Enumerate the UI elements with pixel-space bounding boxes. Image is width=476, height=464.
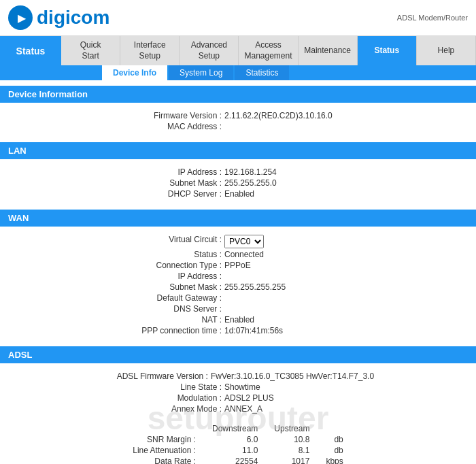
wan-ppp-row: PPP connection time : 1d:07h:41m:56s [14,326,462,335]
wan-section: Virtual Circuit : PVC0 PVC1 PVC2 Status … [0,229,476,341]
upstream-header: Upstream [266,423,318,434]
wan-gateway-label: Default Gateway : [116,293,224,303]
lan-ip-row: IP Address : 192.168.1.254 [14,167,462,177]
wan-nat-label: NAT : [116,315,224,325]
adsl-linestate-label: Line State : [116,382,224,392]
wan-status-value: Connected [224,250,360,259]
wan-header: WAN [0,210,476,227]
wan-ip-label: IP Address : [116,271,224,281]
wan-gateway-value [224,293,360,303]
wan-ip-value [224,271,360,281]
nav-items-container: Quick Start Interface Setup Advanced Set… [61,36,476,65]
wan-dns-row: DNS Server : [14,304,462,314]
wan-gateway-row: Default Gateway : [14,293,462,303]
attn-downstream: 11.0 [204,445,266,456]
sub-nav-statistics[interactable]: Statistics [235,65,289,80]
lan-ip-label: IP Address : [116,167,224,177]
snr-upstream: 10.8 [266,434,318,445]
sub-nav-system-log[interactable]: System Log [169,65,233,80]
downstream-header: Downstream [204,423,266,434]
wan-dns-value [224,304,360,314]
wan-subnet-value: 255.255.255.255 [224,282,360,292]
logo-icon [8,5,33,30]
main-nav: Status Quick Start Interface Setup Advan… [0,36,476,65]
wan-conntype-label: Connection Type : [116,261,224,270]
adsl-firmware-row: ADSL Firmware Version : FwVer:3.10.16.0_… [14,371,462,381]
wan-ip-row: IP Address : [14,271,462,281]
adsl-modulation-label: Modulation : [116,393,224,403]
adsl-modulation-row: Modulation : ADSL2 PLUS [14,393,462,403]
wan-conntype-row: Connection Type : PPPoE [14,261,462,270]
wan-subnet-row: Subnet Mask : 255.255.255.255 [14,282,462,292]
wan-subnet-label: Subnet Mask : [116,282,224,292]
adsl-modulation-value: ADSL2 PLUS [224,393,360,403]
sub-nav: Device Info System Log Statistics [0,65,476,80]
rate-upstream: 1017 [266,456,318,464]
nav-interface-setup[interactable]: Interface Setup [120,36,180,65]
lan-ip-value: 192.168.1.254 [224,167,360,177]
content: Device Information Firmware Version : 2.… [0,86,476,464]
wan-vc-label: Virtual Circuit : [116,235,224,248]
rate-label: Data Rate : [124,456,204,464]
firmware-row: Firmware Version : 2.11.62.2(RE0.C2D)3.1… [14,111,462,120]
adsl-annex-row: Annex Mode : ANNEX_A [14,404,462,414]
stats-table: Downstream Upstream SNR Margin : 6.0 10.… [124,423,351,464]
rate-downstream: 22554 [204,456,266,464]
brand-name: digicom [37,7,109,29]
attn-row: Line Attenuation : 11.0 8.1 db [124,445,351,456]
snr-row: SNR Margin : 6.0 10.8 db [124,434,351,445]
status-sidebar-label: Status [0,36,61,65]
header: digicom ADSL Modem/Router [0,0,476,36]
nav-advanced-setup[interactable]: Advanced Setup [180,36,239,65]
lan-section: IP Address : 192.168.1.254 Subnet Mask :… [0,162,476,204]
snr-label: SNR Margin : [124,434,204,445]
lan-header: LAN [0,142,476,159]
wan-vc-row: Virtual Circuit : PVC0 PVC1 PVC2 [14,235,462,248]
mac-value [224,122,360,131]
nav-help[interactable]: Help [417,36,476,65]
wan-nat-value: Enabled [224,315,360,325]
nav-quick-start[interactable]: Quick Start [61,36,120,65]
firmware-label: Firmware Version : [116,111,224,120]
logo: digicom [8,5,109,30]
nav-status[interactable]: Status [358,36,417,65]
lan-subnet-row: Subnet Mask : 255.255.255.0 [14,178,462,188]
firmware-value: 2.11.62.2(RE0.C2D)3.10.16.0 [224,111,360,120]
adsl-section: ADSL Firmware Version : FwVer:3.10.16.0_… [0,366,476,464]
lan-dhcp-value: Enabled [224,189,360,199]
adsl-linestate-row: Line State : Showtime [14,382,462,392]
adsl-firmware-value: FwVer:3.10.16.0_TC3085 HwVer:T14.F7_3.0 [211,371,374,381]
attn-unit: db [318,445,351,456]
wan-dns-label: DNS Server : [116,304,224,314]
device-type: ADSL Modem/Router [397,14,468,22]
attn-label: Line Attenuation : [124,445,204,456]
rate-row: Data Rate : 22554 1017 kbps [124,456,351,464]
rate-unit: kbps [318,456,351,464]
lan-subnet-value: 255.255.255.0 [224,178,360,188]
wan-nat-row: NAT : Enabled [14,315,462,325]
wan-vc-value: PVC0 PVC1 PVC2 [224,235,360,248]
snr-downstream: 6.0 [204,434,266,445]
sub-nav-device-info[interactable]: Device Info [102,65,167,80]
attn-upstream: 8.1 [266,445,318,456]
lan-subnet-label: Subnet Mask : [116,178,224,188]
wan-conntype-value: PPPoE [224,261,360,270]
device-info-header: Device Information [0,86,476,103]
adsl-header: ADSL [0,346,476,363]
wan-status-label: Status : [116,250,224,259]
nav-access-management[interactable]: Access Management [239,36,298,65]
wan-vc-select[interactable]: PVC0 PVC1 PVC2 [224,235,264,248]
mac-row: MAC Address : [14,122,462,131]
nav-maintenance[interactable]: Maintenance [299,36,358,65]
snr-unit: db [318,434,351,445]
wan-status-row: Status : Connected [14,250,462,259]
lan-dhcp-row: DHCP Server : Enabled [14,189,462,199]
wan-ppp-label: PPP connection time : [116,326,224,335]
device-info-section: Firmware Version : 2.11.62.2(RE0.C2D)3.1… [0,105,476,137]
lan-dhcp-label: DHCP Server : [116,189,224,199]
adsl-linestate-value: Showtime [224,382,360,392]
adsl-annex-value: ANNEX_A [224,404,360,414]
adsl-firmware-label: ADSL Firmware Version : [102,371,211,381]
mac-label: MAC Address : [116,122,224,131]
wan-ppp-value: 1d:07h:41m:56s [224,326,360,335]
